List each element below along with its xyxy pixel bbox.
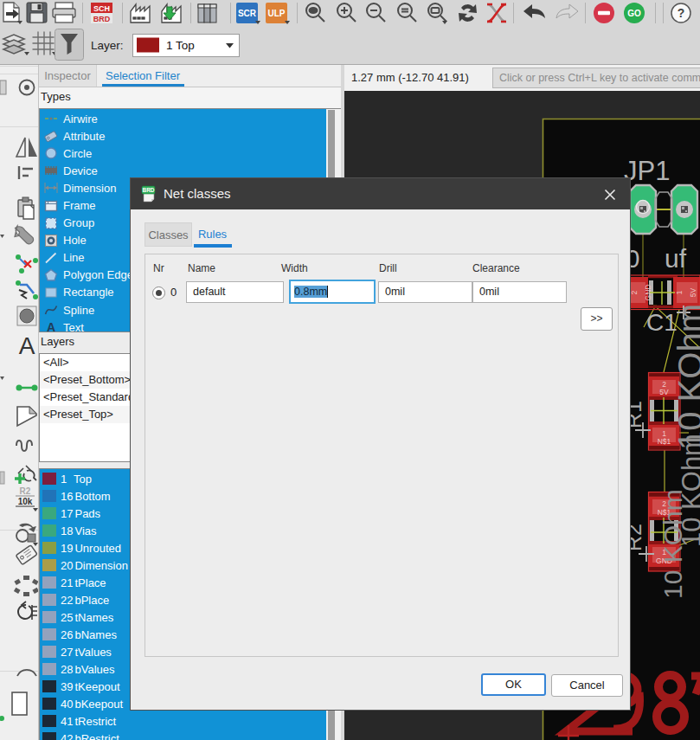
svg-text:GND: GND [644, 285, 652, 301]
svg-text:10 KOhm: 10 KOhm [671, 304, 700, 450]
svg-text:?: ? [678, 6, 685, 20]
svg-text:2: 2 [630, 290, 639, 294]
svg-text:10 KOhm: 10 KOhm [658, 489, 687, 599]
svg-text:10k: 10k [18, 497, 33, 506]
svg-text:5V: 5V [689, 287, 697, 297]
svg-text:GO: GO [627, 9, 641, 18]
svg-text:JP1: JP1 [624, 156, 670, 186]
svg-text:A: A [47, 320, 55, 334]
svg-text:1 Top: 1 Top [166, 39, 195, 52]
svg-text:SCH: SCH [93, 4, 110, 13]
svg-text:Layer:: Layer: [91, 39, 124, 52]
svg-text:ULP: ULP [268, 9, 286, 18]
svg-text:R2: R2 [20, 486, 31, 496]
svg-text:BRD: BRD [93, 15, 111, 23]
svg-text:A: A [19, 332, 35, 359]
svg-text:BRD: BRD [142, 187, 154, 193]
svg-text:SCR: SCR [238, 9, 257, 18]
svg-text:5V: 5V [659, 388, 669, 396]
svg-text:1: 1 [675, 290, 684, 294]
svg-text:uf: uf [665, 244, 687, 273]
svg-text:N$1: N$1 [658, 437, 671, 446]
